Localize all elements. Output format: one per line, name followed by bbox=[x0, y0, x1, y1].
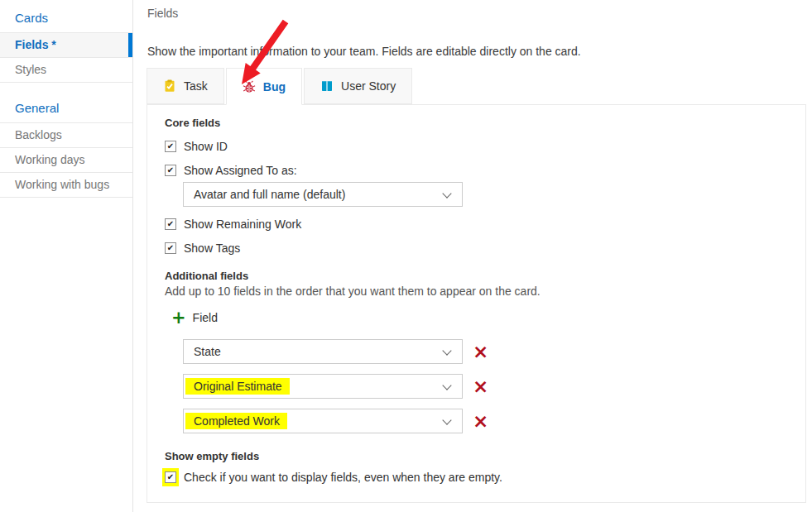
sidebar-item-backlogs[interactable]: Backlogs bbox=[0, 122, 132, 147]
show-empty-fields-checkbox[interactable]: ✔ bbox=[165, 471, 176, 483]
field-row-original-estimate: Original Estimate × bbox=[183, 374, 805, 399]
settings-sidebar: Cards Fields * Styles General Backlogs W… bbox=[0, 0, 133, 512]
add-field-label: Field bbox=[193, 311, 218, 324]
tab-label: Task bbox=[184, 79, 208, 93]
task-icon bbox=[163, 79, 176, 93]
fields-settings-panel: Core fields ✔ Show ID ✔ Show Assigned To… bbox=[147, 104, 806, 503]
sidebar-item-fields[interactable]: Fields * bbox=[0, 32, 132, 57]
show-assigned-row: ✔ Show Assigned To as: bbox=[165, 164, 805, 177]
field-dropdown-completed-work[interactable]: Completed Work bbox=[183, 409, 463, 433]
page-title: Fields bbox=[147, 7, 178, 20]
sidebar-item-label: Fields * bbox=[15, 38, 56, 51]
sidebar-item-label: Backlogs bbox=[15, 128, 62, 141]
chevron-down-icon bbox=[442, 380, 451, 390]
chevron-down-icon bbox=[442, 415, 451, 424]
sidebar-item-label: Styles bbox=[15, 63, 46, 76]
show-remaining-row: ✔ Show Remaining Work bbox=[165, 218, 805, 231]
tab-bug[interactable]: Bug bbox=[226, 68, 302, 105]
bug-icon bbox=[243, 80, 256, 93]
sidebar-item-label: Working days bbox=[15, 153, 85, 166]
show-empty-fields-label: Check if you want to display fields, eve… bbox=[184, 471, 502, 484]
tab-label: Bug bbox=[263, 80, 286, 93]
sidebar-section-general: General bbox=[0, 83, 132, 122]
work-item-type-tabs: Task Bug User Story bbox=[147, 68, 414, 105]
highlight-empty-fields-checkbox: ✔ bbox=[162, 468, 179, 486]
show-remaining-checkbox[interactable]: ✔ bbox=[165, 218, 176, 230]
sidebar-item-working-days[interactable]: Working days bbox=[0, 147, 132, 172]
show-id-row: ✔ Show ID bbox=[165, 140, 805, 153]
tab-task[interactable]: Task bbox=[147, 68, 224, 104]
show-tags-checkbox[interactable]: ✔ bbox=[165, 242, 176, 254]
field-row-state: State × bbox=[183, 339, 805, 364]
dropdown-value: Avatar and full name (default) bbox=[194, 188, 345, 201]
show-empty-fields-heading: Show empty fields bbox=[165, 450, 805, 462]
dropdown-value: State bbox=[194, 345, 221, 358]
highlight-original-estimate: Original Estimate bbox=[185, 378, 290, 395]
show-tags-row: ✔ Show Tags bbox=[165, 242, 805, 255]
sidebar-group-general: Backlogs Working days Working with bugs bbox=[0, 122, 132, 198]
plus-icon: + bbox=[171, 310, 186, 325]
remove-field-button[interactable]: × bbox=[473, 342, 488, 361]
show-assigned-label: Show Assigned To as: bbox=[184, 164, 297, 177]
assigned-to-format-dropdown[interactable]: Avatar and full name (default) bbox=[183, 182, 463, 207]
remove-field-button[interactable]: × bbox=[473, 412, 488, 431]
remove-field-button[interactable]: × bbox=[473, 377, 488, 396]
user-story-icon bbox=[320, 79, 334, 93]
field-dropdown-state[interactable]: State bbox=[183, 339, 463, 364]
field-dropdown-original-estimate[interactable]: Original Estimate bbox=[183, 374, 463, 399]
add-field-button[interactable]: + Field bbox=[171, 310, 246, 325]
show-tags-label: Show Tags bbox=[184, 242, 240, 255]
chevron-down-icon bbox=[442, 189, 451, 198]
page-description: Show the important information to your t… bbox=[147, 45, 581, 58]
additional-fields-description: Add up to 10 fields in the order that yo… bbox=[165, 285, 805, 298]
show-id-checkbox[interactable]: ✔ bbox=[165, 141, 176, 152]
tab-label: User Story bbox=[341, 79, 396, 93]
core-fields-heading: Core fields bbox=[165, 117, 805, 129]
sidebar-item-working-with-bugs[interactable]: Working with bugs bbox=[0, 172, 132, 197]
tab-user-story[interactable]: User Story bbox=[304, 68, 412, 104]
sidebar-item-label: Working with bugs bbox=[15, 178, 109, 191]
sidebar-section-cards: Cards bbox=[0, 0, 132, 32]
show-id-label: Show ID bbox=[184, 140, 228, 153]
show-assigned-checkbox[interactable]: ✔ bbox=[165, 165, 176, 176]
chevron-down-icon bbox=[442, 346, 451, 355]
sidebar-group-cards: Fields * Styles bbox=[0, 32, 132, 83]
sidebar-item-styles[interactable]: Styles bbox=[0, 57, 132, 82]
show-empty-fields-row: ✔ Check if you want to display fields, e… bbox=[165, 471, 805, 484]
field-row-completed-work: Completed Work × bbox=[183, 409, 805, 433]
highlight-completed-work: Completed Work bbox=[185, 413, 287, 429]
show-remaining-label: Show Remaining Work bbox=[184, 218, 301, 231]
additional-fields-heading: Additional fields bbox=[165, 270, 805, 282]
